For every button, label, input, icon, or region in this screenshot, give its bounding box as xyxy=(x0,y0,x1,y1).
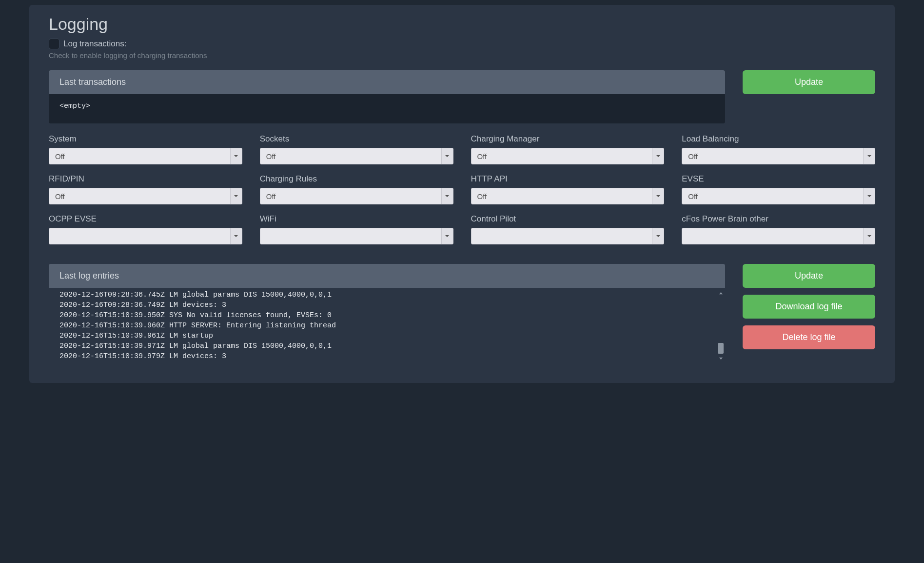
control-pilot-label: Control Pilot xyxy=(471,214,665,224)
log-line: 2020-12-16T15:10:39.960Z HTTP SERVER: En… xyxy=(59,321,714,331)
rfid-pin-label: RFID/PIN xyxy=(49,174,242,184)
sockets-label: Sockets xyxy=(260,134,453,144)
delete-log-button[interactable]: Delete log file xyxy=(743,325,875,349)
wifi-select[interactable] xyxy=(260,228,453,244)
charging-rules-select[interactable]: Off xyxy=(260,188,453,204)
update-log-button[interactable]: Update xyxy=(743,264,875,288)
charging-manager-label: Charging Manager xyxy=(471,134,665,144)
chevron-down-icon xyxy=(652,148,664,164)
ocpp-evse-select[interactable] xyxy=(49,228,242,244)
chevron-down-icon xyxy=(441,228,453,244)
chevron-down-icon xyxy=(230,188,242,204)
field-rfid-pin: RFID/PIN Off xyxy=(49,174,242,204)
cfos-other-select[interactable] xyxy=(682,228,875,244)
load-balancing-select[interactable]: Off xyxy=(682,148,875,164)
log-line: 2020-12-16T15:10:39.950Z SYS No valid li… xyxy=(59,310,714,321)
http-api-select[interactable]: Off xyxy=(471,188,665,204)
logging-panel: Logging Log transactions: Check to enabl… xyxy=(29,5,895,383)
load-balancing-label: Load Balancing xyxy=(682,134,875,144)
update-transactions-button[interactable]: Update xyxy=(743,70,875,94)
page-title: Logging xyxy=(49,15,875,34)
log-transactions-checkbox[interactable] xyxy=(49,39,59,49)
log-scrollbar[interactable] xyxy=(717,290,724,362)
field-http-api: HTTP API Off xyxy=(471,174,665,204)
field-charging-rules: Charging Rules Off xyxy=(260,174,453,204)
evse-label: EVSE xyxy=(682,174,875,184)
chevron-down-icon xyxy=(230,228,242,244)
log-transactions-label: Log transactions: xyxy=(63,39,126,49)
download-log-button[interactable]: Download log file xyxy=(743,295,875,319)
charging-rules-label: Charging Rules xyxy=(260,174,453,184)
rfid-pin-select[interactable]: Off xyxy=(49,188,242,204)
log-line: 2020-12-16T15:10:39.971Z LM global param… xyxy=(59,341,714,351)
chevron-down-icon xyxy=(230,148,242,164)
cfos-other-label: cFos Power Brain other xyxy=(682,214,875,224)
chevron-down-icon xyxy=(652,188,664,204)
system-label: System xyxy=(49,134,242,144)
last-transactions-body: <empty> xyxy=(49,94,725,123)
sockets-select[interactable]: Off xyxy=(260,148,453,164)
log-transactions-hint: Check to enable logging of charging tran… xyxy=(49,51,875,60)
log-output: 2020-12-16T09:28:36.745Z LM global param… xyxy=(49,288,725,363)
chevron-down-icon xyxy=(863,148,875,164)
scroll-down-icon[interactable] xyxy=(717,355,724,362)
scroll-up-icon[interactable] xyxy=(717,290,724,297)
field-charging-manager: Charging Manager Off xyxy=(471,134,665,164)
log-line: 2020-12-16T15:10:39.979Z LM devices: 3 xyxy=(59,351,714,362)
log-line: 2020-12-16T09:28:36.749Z LM devices: 3 xyxy=(59,300,714,310)
log-level-grid: System Off Sockets Off Charging Manager … xyxy=(49,134,875,244)
last-log-header: Last log entries xyxy=(49,264,725,288)
wifi-label: WiFi xyxy=(260,214,453,224)
field-load-balancing: Load Balancing Off xyxy=(682,134,875,164)
charging-manager-select[interactable]: Off xyxy=(471,148,665,164)
evse-select[interactable]: Off xyxy=(682,188,875,204)
log-line: 2020-12-16T15:10:39.961Z LM startup xyxy=(59,331,714,341)
log-line: 2020-12-16T09:28:36.745Z LM global param… xyxy=(59,290,714,300)
last-log-card: Last log entries 2020-12-16T09:28:36.745… xyxy=(49,264,725,363)
control-pilot-select[interactable] xyxy=(471,228,665,244)
last-transactions-header: Last transactions xyxy=(49,70,725,94)
field-control-pilot: Control Pilot xyxy=(471,214,665,244)
chevron-down-icon xyxy=(863,188,875,204)
field-cfos-other: cFos Power Brain other xyxy=(682,214,875,244)
field-sockets: Sockets Off xyxy=(260,134,453,164)
scroll-thumb[interactable] xyxy=(718,343,724,354)
last-transactions-card: Last transactions <empty> xyxy=(49,70,725,123)
chevron-down-icon xyxy=(652,228,664,244)
chevron-down-icon xyxy=(441,188,453,204)
chevron-down-icon xyxy=(441,148,453,164)
field-ocpp-evse: OCPP EVSE xyxy=(49,214,242,244)
field-system: System Off xyxy=(49,134,242,164)
system-select[interactable]: Off xyxy=(49,148,242,164)
field-evse: EVSE Off xyxy=(682,174,875,204)
field-wifi: WiFi xyxy=(260,214,453,244)
http-api-label: HTTP API xyxy=(471,174,665,184)
ocpp-evse-label: OCPP EVSE xyxy=(49,214,242,224)
chevron-down-icon xyxy=(863,228,875,244)
